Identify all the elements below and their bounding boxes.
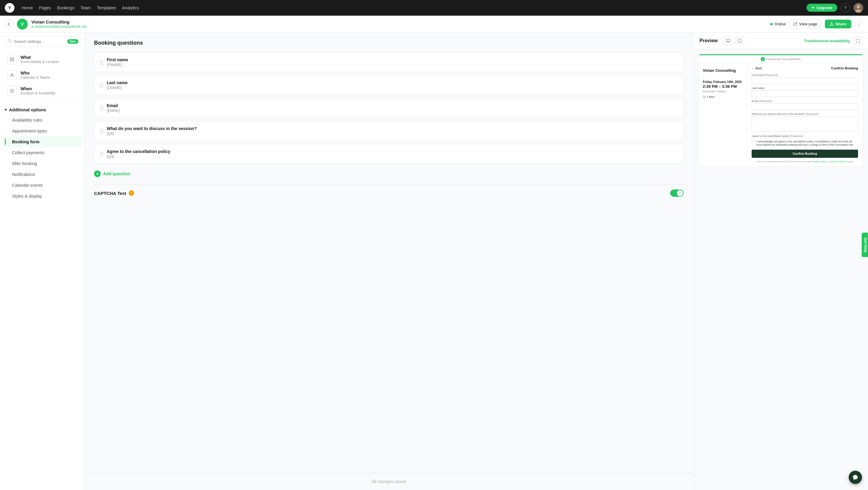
sub-nav: Availability rules Appointment types Boo… (0, 115, 84, 202)
field-label-cancellation: Agree to the cancellation policy (Requir… (752, 135, 858, 138)
preview-field-email: Email (Required) (752, 99, 858, 110)
privacy-policy-link[interactable]: Privacy Policy (811, 160, 826, 163)
field-label-firstname: First name (Required) (752, 74, 858, 77)
share-button[interactable]: Share (825, 20, 851, 28)
sidebar-item-styles-display[interactable]: Styles & display (2, 191, 82, 202)
logo[interactable]: Y (5, 3, 14, 13)
more-menu-button[interactable]: ⋮ (855, 20, 863, 28)
info-icon[interactable]: ! (129, 191, 134, 196)
preview-textarea-session[interactable] (752, 116, 858, 132)
svg-rect-7 (726, 39, 730, 41)
drag-handle[interactable] (100, 152, 103, 156)
chat-button[interactable] (849, 471, 862, 484)
sidebar-item-booking-form[interactable]: Booking form (2, 136, 82, 147)
sub-header: V Vivian Consulting vivianconsultant.you… (0, 16, 868, 33)
preview-input-lastname[interactable] (752, 90, 858, 97)
tablet-view-button[interactable] (735, 36, 744, 45)
view-page-button[interactable]: View page (789, 20, 821, 28)
question-name: Last name (107, 80, 677, 85)
sidebar-item-calendar-events[interactable]: Calendar events (2, 180, 82, 191)
nav-links: Home Pages Bookings Team Templates Analy… (22, 5, 139, 10)
captcha-text: CAPTCHA Test (94, 191, 126, 196)
captcha-toggle[interactable]: ✓ (670, 190, 683, 197)
add-question-button[interactable]: + Add question (94, 167, 130, 181)
who-icon (7, 70, 17, 80)
when-icon (7, 86, 17, 96)
drag-handle[interactable] (100, 129, 103, 133)
section-title: Booking questions (94, 40, 683, 46)
preview-input-firstname[interactable] (752, 78, 858, 84)
sidebar-item-after-booking[interactable]: After booking (2, 158, 82, 169)
chevron-down-icon: ▾ (5, 108, 7, 112)
drag-handle[interactable] (100, 60, 103, 64)
get-help-tab[interactable]: Get Help (861, 233, 868, 257)
preview-checkbox-row: I acknowledge and agree to the cancellat… (752, 140, 858, 147)
preview-header: Preview Troubleshoot availability (693, 33, 868, 49)
field-label-session: What do you want to discuss in the sessi… (752, 113, 858, 116)
what-label: What (21, 55, 59, 60)
preview-back-button[interactable]: ← Back (752, 67, 762, 70)
ycbm-logo: Y (761, 57, 765, 61)
question-card-email: Email {EMAIL} (94, 98, 683, 118)
preview-device-icons (723, 36, 744, 45)
section-divider (5, 102, 79, 103)
captcha-row: CAPTCHA Test ! ✓ (94, 184, 683, 202)
desktop-view-button[interactable] (723, 36, 733, 45)
nav-bookings[interactable]: Bookings (57, 5, 74, 10)
question-info-email: Email {EMAIL} (107, 103, 677, 113)
preview-input-email[interactable] (752, 104, 858, 110)
svg-point-5 (11, 74, 13, 76)
content-inner: Booking questions First name {FNAME} (85, 33, 693, 473)
who-sublabel: Calendar & Teams (21, 76, 50, 80)
preview-title: Preview (700, 38, 718, 44)
terms-link[interactable]: Terms of Service (830, 160, 847, 163)
cancellation-text: I acknowledge and agree to the cancellat… (756, 140, 858, 147)
preview-confirm-button[interactable]: Confirm Booking (752, 150, 858, 158)
sidebar-item-when[interactable]: When Duration & Availability (2, 83, 82, 99)
sidebar-item-what[interactable]: What Event details & Location (2, 52, 82, 67)
nav-pages[interactable]: Pages (39, 5, 51, 10)
preview-timezone: Europe / Madrid (703, 90, 742, 93)
chat-icon (852, 474, 858, 480)
sidebar-item-who[interactable]: Who Calendar & Teams (2, 67, 82, 83)
sidebar-item-collect-payments[interactable]: Collect payments (2, 147, 82, 158)
question-info-lastname: Last name {LNAME} (107, 80, 677, 90)
cancellation-checkbox[interactable] (752, 140, 755, 143)
nav-home[interactable]: Home (22, 5, 33, 10)
nav-analytics[interactable]: Analytics (122, 5, 139, 10)
question-variable: {EMAIL} (107, 109, 677, 113)
search-input[interactable] (14, 39, 65, 44)
sidebar-item-notifications[interactable]: Notifications (2, 169, 82, 180)
search-box[interactable]: New (4, 36, 81, 47)
nav-right: ✦ Upgrade ? (806, 3, 863, 13)
drag-handle[interactable] (100, 106, 103, 110)
preview-duration: 1 hour (703, 95, 742, 98)
all-changes-saved: All changes saved (85, 473, 693, 490)
question-name: Email (107, 103, 677, 108)
question-name: What do you want to discuss in the sessi… (107, 126, 677, 131)
sidebar-item-appointment-types[interactable]: Appointment types (2, 125, 82, 136)
additional-options-header[interactable]: ▾ Additional options (0, 105, 84, 115)
troubleshoot-link[interactable]: Troubleshoot availability (804, 39, 850, 43)
question-card-firstname: First name {FNAME} (94, 52, 683, 72)
question-name: Agree to the cancellation policy (107, 149, 677, 154)
svg-point-9 (740, 42, 740, 42)
nav-templates[interactable]: Templates (97, 5, 116, 10)
search-icon (7, 39, 12, 44)
question-variable: {FNAME} (107, 63, 677, 67)
additional-options-label: Additional options (9, 108, 46, 112)
drag-handle[interactable] (100, 83, 103, 87)
sidebar-item-availability-rules[interactable]: Availability rules (2, 115, 82, 125)
upgrade-button[interactable]: ✦ Upgrade (806, 4, 837, 12)
top-navigation: Y Home Pages Bookings Team Templates Ana… (0, 0, 868, 16)
edit-icon (703, 76, 706, 79)
avatar[interactable] (854, 3, 863, 13)
page-url[interactable]: vivianconsultant.youcanbook.me (31, 24, 87, 29)
preview-field-lastname: Last name (752, 87, 858, 97)
help-button[interactable]: ? (841, 3, 850, 12)
nav-team[interactable]: Team (81, 5, 91, 10)
preview-date: Friday, February 14th, 2025 (703, 80, 742, 84)
online-badge: Online (770, 22, 786, 26)
expand-button[interactable] (854, 36, 862, 45)
back-button[interactable] (5, 20, 13, 28)
